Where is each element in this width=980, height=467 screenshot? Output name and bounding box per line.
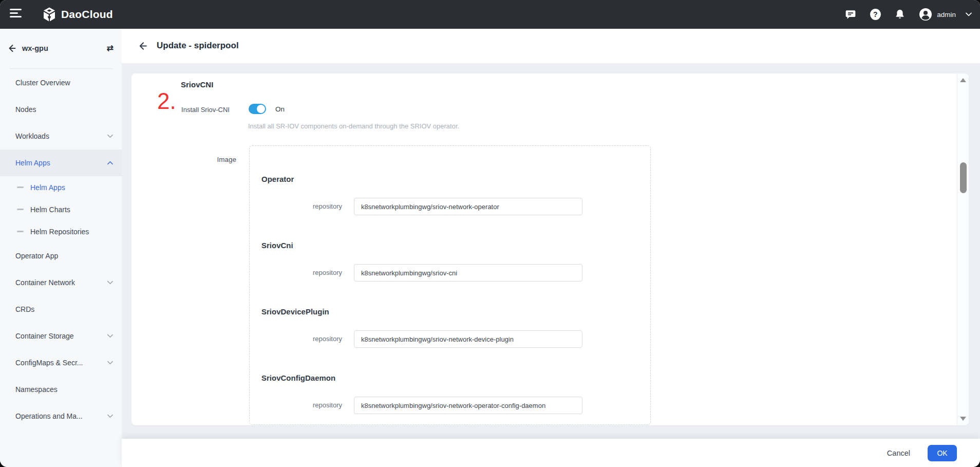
- user-name: admin: [937, 11, 956, 18]
- sidebar-item-nodes[interactable]: Nodes: [0, 96, 122, 123]
- cluster-selector-row: wx-gpu ⇄: [0, 29, 122, 68]
- sidebar-divider: [9, 68, 113, 69]
- sidebar-item-container-storage[interactable]: Container Storage: [0, 323, 122, 349]
- scrollbar-thumb[interactable]: [960, 162, 967, 193]
- image-group-row: repository: [250, 330, 650, 348]
- install-sriov-cni-label: Install Sriov-CNI: [131, 106, 230, 114]
- chevron-down-icon: [107, 134, 113, 138]
- sidebar-subitem-helm-apps[interactable]: Helm Apps: [0, 176, 122, 198]
- form-card: SriovCNI 2. Install Sriov-CNI On Install…: [131, 73, 969, 425]
- repository-label: repository: [250, 202, 342, 210]
- install-help-text: Install all SR-IOV components on-demand …: [248, 122, 459, 130]
- repository-input-sriovdeviceplugin[interactable]: [354, 330, 582, 348]
- sidebar-item-helm-apps[interactable]: Helm Apps: [0, 150, 122, 176]
- page-body: SriovCNI 2. Install Sriov-CNI On Install…: [122, 63, 980, 439]
- cluster-name: wx-gpu: [22, 44, 48, 52]
- sidebar-subitem-helm-charts[interactable]: Helm Charts: [0, 198, 122, 220]
- app-window: DaoCloud ?: [0, 0, 980, 467]
- sidebar-item-workloads[interactable]: Workloads: [0, 123, 122, 150]
- sidebar-item-container-network[interactable]: Container Network: [0, 269, 122, 296]
- sidebar: wx-gpu ⇄ Cluster OverviewNodesWorkloads …: [0, 29, 122, 467]
- page-header: Update - spiderpool: [122, 29, 980, 63]
- chevron-down-icon: [107, 334, 113, 338]
- ok-button[interactable]: OK: [928, 445, 957, 461]
- sidebar-item-cluster-overview[interactable]: Cluster Overview: [0, 69, 122, 96]
- toggle-state-label: On: [275, 105, 285, 113]
- image-group-row: repository: [250, 198, 650, 215]
- scroll-down-icon[interactable]: [960, 417, 966, 421]
- switch-cluster-icon[interactable]: ⇄: [107, 43, 114, 53]
- section-title: SriovCNI: [181, 80, 213, 89]
- card-scrollbar[interactable]: [957, 73, 969, 425]
- dash-icon: [17, 186, 24, 188]
- help-icon[interactable]: ?: [870, 9, 881, 20]
- sidebar-item-crds[interactable]: CRDs: [0, 296, 122, 323]
- image-group-title-sriovcni: SriovCni: [261, 241, 293, 250]
- image-group-title-sriovdeviceplugin: SriovDevicePlugin: [261, 307, 329, 316]
- dash-icon: [17, 209, 24, 210]
- cancel-button[interactable]: Cancel: [884, 449, 913, 458]
- message-icon[interactable]: [845, 9, 856, 20]
- repository-input-operator[interactable]: [354, 198, 582, 215]
- brand: DaoCloud: [42, 0, 113, 29]
- brand-name: DaoCloud: [61, 8, 113, 21]
- avatar: [919, 8, 932, 21]
- image-group-title-operator: Operator: [261, 175, 294, 183]
- repository-label: repository: [250, 269, 342, 276]
- repository-label: repository: [250, 335, 342, 343]
- image-group-title-sriovconfigdaemon: SriovConfigDaemon: [261, 373, 335, 382]
- footer-action-bar: Cancel OK: [122, 439, 980, 467]
- repository-label: repository: [250, 401, 342, 409]
- chevron-down-icon: [107, 361, 113, 365]
- chevron-down-icon: [107, 281, 113, 285]
- back-icon[interactable]: [7, 43, 17, 53]
- chevron-down-icon: [966, 12, 972, 16]
- daocloud-logo-icon: [42, 7, 56, 22]
- top-bar: DaoCloud ?: [0, 0, 980, 29]
- sidebar-nav: Cluster OverviewNodesWorkloads Helm Apps…: [0, 69, 122, 429]
- user-menu[interactable]: admin: [919, 8, 972, 21]
- chevron-down-icon: [107, 414, 113, 418]
- menu-hamburger-icon[interactable]: [10, 9, 22, 20]
- annotation-step-2: 2.: [157, 90, 176, 113]
- sidebar-item-operator-app[interactable]: Operator App: [0, 242, 122, 269]
- sidebar-item-configmaps-secr[interactable]: ConfigMaps & Secr...: [0, 349, 122, 376]
- repository-input-sriovcni[interactable]: [354, 264, 582, 282]
- image-field-label: Image: [131, 156, 236, 163]
- repository-input-sriovconfigdaemon[interactable]: [354, 397, 582, 414]
- sidebar-item-namespaces[interactable]: Namespaces: [0, 376, 122, 403]
- chevron-up-icon: [107, 161, 113, 165]
- scroll-up-icon[interactable]: [960, 78, 966, 82]
- back-icon[interactable]: [137, 41, 148, 51]
- install-sriov-cni-toggle[interactable]: [249, 104, 266, 114]
- notification-bell-icon[interactable]: [894, 9, 906, 20]
- sidebar-item-operations-and-ma[interactable]: Operations and Ma...: [0, 403, 122, 429]
- sidebar-subitem-helm-repositories[interactable]: Helm Repositories: [0, 220, 122, 242]
- image-group-box: OperatorrepositorySriovCnirepositorySrio…: [249, 145, 651, 425]
- dash-icon: [17, 231, 24, 232]
- image-group-row: repository: [250, 264, 650, 282]
- image-group-row: repository: [250, 397, 650, 414]
- page-title: Update - spiderpool: [157, 41, 239, 51]
